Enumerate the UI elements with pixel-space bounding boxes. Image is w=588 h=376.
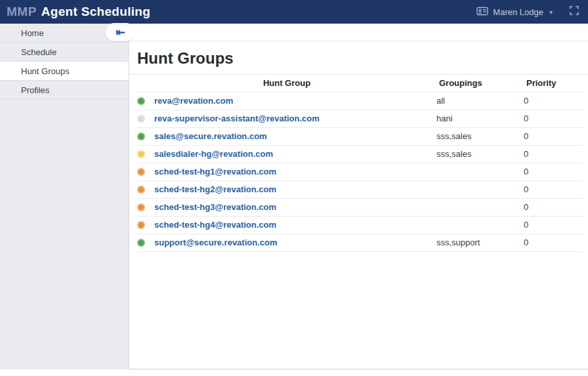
toolbar-strip: [129, 24, 588, 41]
groupings-value: [436, 216, 524, 234]
column-header-priority: Priority: [524, 75, 583, 92]
collapse-sidebar-icon: ⇤: [116, 26, 125, 39]
table-row: sched-test-hg2@revation.com0: [137, 180, 583, 198]
user-menu[interactable]: Maren Lodge ▾: [476, 7, 553, 18]
top-header-bar: MMP Agent Scheduling Maren Lodge ▾: [0, 0, 588, 24]
groupings-value: all: [436, 92, 524, 110]
priority-value: 0: [524, 110, 583, 127]
sidebar-nav: Home Schedule Hunt Groups Profiles: [0, 24, 129, 369]
column-header-groupings: Groupings: [436, 75, 524, 92]
priority-value: 0: [524, 216, 583, 234]
hunt-group-link[interactable]: sales@secure.revation.com: [154, 131, 267, 141]
priority-value: 0: [524, 145, 583, 163]
hunt-group-link[interactable]: sched-test-hg3@revation.com: [154, 202, 276, 212]
priority-value: 0: [524, 198, 583, 216]
sidebar-item-hunt-groups[interactable]: Hunt Groups: [0, 62, 129, 81]
groupings-value: hani: [436, 110, 524, 127]
status-dot-icon: [137, 239, 145, 247]
priority-value: 0: [524, 234, 583, 251]
status-dot-icon: [137, 203, 145, 211]
priority-value: 0: [524, 180, 583, 198]
table-row: sched-test-hg1@revation.com0: [137, 163, 583, 180]
status-dot-icon: [137, 168, 145, 176]
user-name: Maren Lodge: [493, 7, 543, 17]
hunt-group-link[interactable]: sched-test-hg4@revation.com: [154, 220, 276, 230]
table-row: support@secure.revation.comsss,support0: [137, 234, 583, 251]
table-header-row: Hunt Group Groupings Priority: [137, 75, 583, 92]
hunt-group-link[interactable]: sched-test-hg2@revation.com: [154, 184, 276, 194]
table-row: sched-test-hg3@revation.com0: [137, 198, 583, 216]
hunt-group-link[interactable]: salesdialer-hg@revation.com: [154, 149, 273, 159]
collapse-sidebar-button[interactable]: ⇤: [105, 23, 135, 41]
priority-value: 0: [524, 127, 583, 145]
hunt-groups-table: Hunt Group Groupings Priority reva@revat…: [137, 75, 583, 252]
priority-value: 0: [524, 92, 583, 110]
table-row: reva@revation.comall0: [137, 92, 583, 110]
sidebar-item-profiles[interactable]: Profiles: [0, 81, 129, 100]
hunt-group-link[interactable]: sched-test-hg1@revation.com: [154, 167, 276, 177]
column-header-hunt-group: Hunt Group: [137, 75, 436, 92]
groupings-value: sss,sales: [436, 127, 524, 145]
id-badge-icon: [476, 7, 488, 18]
groupings-value: [436, 180, 524, 198]
hunt-group-link[interactable]: reva@revation.com: [154, 96, 233, 106]
app-logo: MMP Agent Scheduling: [7, 5, 150, 19]
status-dot-icon: [137, 186, 145, 194]
table-row: salesdialer-hg@revation.comsss,sales0: [137, 145, 583, 163]
fullscreen-icon[interactable]: [570, 6, 579, 18]
status-dot-icon: [137, 115, 145, 123]
page-title: Hunt Groups: [137, 49, 580, 68]
groupings-value: sss,sales: [436, 145, 524, 163]
footer-divider: [129, 369, 588, 369]
status-dot-icon: [137, 150, 145, 158]
main-content: Hunt Groups Hunt Group Groupings Priorit…: [129, 24, 588, 376]
table-row: reva-supervisor-assistant@revation.comha…: [137, 110, 583, 127]
app-title: Agent Scheduling: [41, 5, 150, 19]
status-dot-icon: [137, 97, 145, 105]
table-body: reva@revation.comall0reva-supervisor-ass…: [137, 92, 583, 251]
status-dot-icon: [137, 133, 145, 140]
groupings-value: sss,support: [436, 234, 524, 251]
logo-prefix: MMP: [7, 5, 37, 19]
sidebar-item-schedule[interactable]: Schedule: [0, 43, 129, 62]
groupings-value: [436, 198, 524, 216]
hunt-group-link[interactable]: support@secure.revation.com: [154, 238, 278, 247]
groupings-value: [436, 163, 524, 180]
chevron-down-icon: ▾: [549, 9, 553, 16]
priority-value: 0: [524, 163, 583, 180]
hunt-group-link[interactable]: reva-supervisor-assistant@revation.com: [154, 114, 320, 123]
page-header: Hunt Groups: [129, 41, 588, 75]
table-row: sched-test-hg4@revation.com0: [137, 216, 583, 234]
status-dot-icon: [137, 221, 145, 229]
table-row: sales@secure.revation.comsss,sales0: [137, 127, 583, 145]
